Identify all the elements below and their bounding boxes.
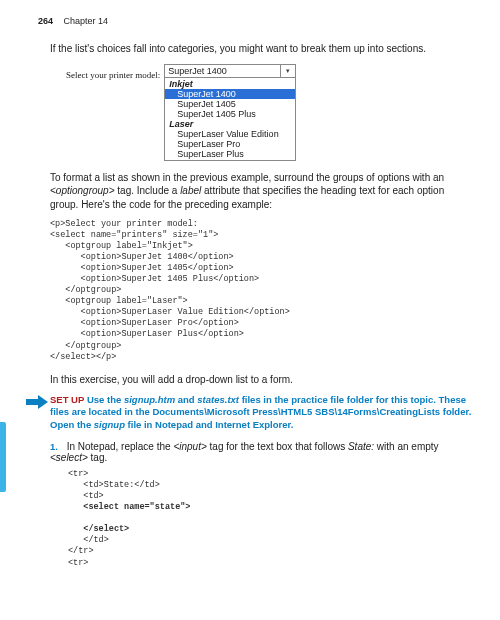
option-sj1405: SuperJet 1405 [165, 99, 295, 109]
figure-dropdown: Select your printer model: SuperJet 1400… [52, 64, 472, 161]
page-content: 264 Chapter 14 If the list's choices fal… [0, 0, 500, 569]
option-slplus: SuperLaser Plus [165, 149, 295, 159]
optgroup-inkjet: Inkjet [165, 79, 295, 89]
code-select-open: <select name="state"> [83, 502, 190, 512]
optgroup-laser: Laser [165, 119, 295, 129]
input-tag: <input> [173, 441, 206, 452]
code-select-close: </select> [83, 524, 129, 534]
label-attr: label [180, 185, 201, 196]
option-sj1400: SuperJet 1400 [165, 89, 295, 99]
exercise-intro: In this exercise, you will add a drop-do… [50, 373, 472, 387]
running-header: 264 Chapter 14 [38, 16, 472, 26]
format-paragraph: To format a list as shown in the previou… [50, 171, 472, 212]
intro-paragraph: If the list's choices fall into categori… [50, 42, 472, 56]
select-tag: <select> [50, 452, 88, 463]
step-number: 1. [50, 441, 64, 452]
section-tab [0, 422, 6, 492]
arrow-icon [26, 396, 48, 408]
chapter-number: 14 [98, 16, 108, 26]
code-example-2: <tr> <td>State:</td> <td> <select name="… [68, 469, 472, 568]
file-signup: signup [94, 419, 125, 430]
option-slpro: SuperLaser Pro [165, 139, 295, 149]
file-states-txt: states.txt [197, 394, 239, 405]
page-number: 264 [38, 16, 53, 26]
selected-value: SuperJet 1400 [168, 66, 227, 76]
figure-label: Select your printer model: [66, 70, 160, 80]
state-label: State: [348, 441, 374, 452]
setup-label: SET UP [50, 394, 84, 405]
file-signup-htm: signup.htm [124, 394, 175, 405]
setup-block: SET UP Use the signup.htm and states.txt… [50, 394, 472, 431]
code-example-1: <p>Select your printer model: <select na… [50, 219, 472, 363]
optiongroup-tag: <optiongroup> [50, 185, 115, 196]
dropdown-arrow-icon: ▾ [280, 65, 295, 77]
chapter-label: Chapter [64, 16, 96, 26]
option-slvalue: SuperLaser Value Edition [165, 129, 295, 139]
printer-select: SuperJet 1400 ▾ Inkjet SuperJet 1400 Sup… [164, 64, 296, 161]
step-1: 1. In Notepad, replace the <input> tag f… [50, 441, 472, 463]
option-sj1405plus: SuperJet 1405 Plus [165, 109, 295, 119]
